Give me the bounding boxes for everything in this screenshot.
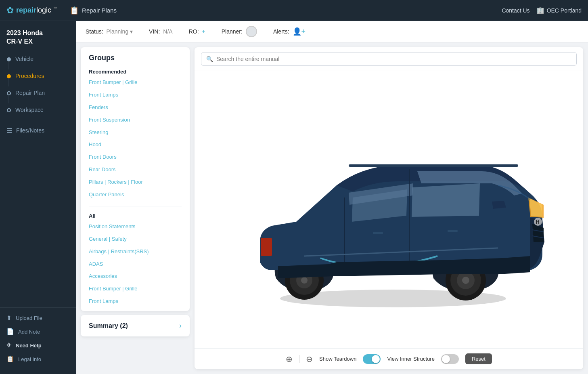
location-label: OEC Portland bbox=[547, 7, 582, 14]
all-label: All bbox=[81, 211, 190, 221]
group-item-front-bumper[interactable]: Front Bumper | Grille bbox=[81, 76, 190, 89]
logo-text: repairlogic ™ bbox=[16, 6, 57, 15]
hamburger-icon: ☰ bbox=[6, 127, 12, 134]
help-icon: ✈ bbox=[6, 342, 12, 349]
view-inner-label: View Inner Structure bbox=[387, 356, 435, 362]
car-visualization: H bbox=[224, 105, 555, 315]
add-note-label: Add Note bbox=[18, 329, 40, 335]
add-note-button[interactable]: 📄 Add Note bbox=[0, 325, 76, 338]
car-viewer: H bbox=[195, 71, 583, 348]
search-input-wrap[interactable]: 🔍 bbox=[201, 52, 577, 66]
alerts-label: Alerts: bbox=[273, 28, 289, 35]
ro-field: RO: + bbox=[189, 28, 205, 35]
svg-rect-16 bbox=[448, 230, 458, 232]
group-item-front-lamps[interactable]: Front Lamps bbox=[81, 89, 190, 101]
nav-dot-workspace bbox=[7, 108, 11, 112]
logo-icon: ✿ bbox=[6, 5, 14, 16]
group-item-steering[interactable]: Steering bbox=[81, 126, 190, 139]
sidebar-bottom: ⬆ Upload File 📄 Add Note ✈ Need Help 📋 L… bbox=[0, 307, 76, 369]
dropdown-arrow-icon: ▾ bbox=[130, 28, 133, 35]
panels: Groups Recommended Front Bumper | Grille… bbox=[76, 42, 588, 374]
teardown-knob bbox=[372, 355, 380, 363]
view-inner-toggle[interactable] bbox=[441, 354, 459, 364]
page-title: Repair Plans bbox=[82, 7, 117, 14]
building-icon: 🏢 bbox=[536, 6, 544, 14]
ro-add-button[interactable]: + bbox=[202, 28, 205, 35]
planner-avatar[interactable] bbox=[246, 26, 257, 37]
sidebar-item-files-notes[interactable]: ☰ Files/Notes bbox=[0, 123, 76, 139]
group-item-position-statements[interactable]: Position Statements bbox=[81, 221, 190, 233]
groups-panel: Groups Recommended Front Bumper | Grille… bbox=[81, 47, 190, 311]
upload-file-button[interactable]: ⬆ Upload File bbox=[0, 311, 76, 325]
group-item-front-suspension[interactable]: Front Suspension bbox=[81, 114, 190, 126]
vehicle-info: 2023 Honda CR-V EX bbox=[0, 26, 76, 53]
sidebar-label-vehicle: Vehicle bbox=[15, 53, 33, 65]
group-item-front-doors[interactable]: Front Doors bbox=[81, 151, 190, 164]
reset-button[interactable]: Reset bbox=[465, 353, 492, 364]
search-icon: 🔍 bbox=[206, 56, 213, 62]
groups-list: Recommended Front Bumper | Grille Front … bbox=[81, 65, 190, 311]
status-field: Status: Planning ▾ bbox=[86, 28, 133, 35]
group-item-airbags[interactable]: Airbags | Restraints(SRS) bbox=[81, 246, 190, 258]
zoom-in-button[interactable]: ⊕ bbox=[286, 354, 293, 364]
ro-label: RO: bbox=[189, 28, 199, 35]
group-item-hood[interactable]: Hood bbox=[81, 139, 190, 151]
status-dropdown[interactable]: Planning ▾ bbox=[107, 28, 133, 35]
main-viewer: 🔍 bbox=[195, 47, 583, 369]
group-item-general-safety[interactable]: General | Safety bbox=[81, 233, 190, 246]
summary-label: Summary (2) bbox=[89, 322, 128, 330]
svg-rect-10 bbox=[349, 164, 518, 167]
sidebar-item-workspace[interactable]: Workspace bbox=[6, 103, 69, 116]
legal-info-label: Legal Info bbox=[18, 356, 41, 362]
content-area: Status: Planning ▾ VIN: N/A RO: + Planne… bbox=[76, 21, 588, 374]
sidebar-nav: Vehicle Procedures Repair Plan bbox=[0, 53, 76, 116]
sidebar-item-procedures[interactable]: Procedures bbox=[6, 69, 69, 86]
show-teardown-label: Show Teardown bbox=[319, 356, 356, 362]
group-item-quarter-panels[interactable]: Quarter Panels bbox=[81, 189, 190, 201]
search-bar: 🔍 bbox=[195, 47, 583, 71]
nav-dot-procedures bbox=[7, 74, 11, 78]
nav-line-3 bbox=[8, 95, 9, 103]
header-right: Contact Us 🏢 OEC Portland bbox=[502, 6, 582, 14]
location-selector[interactable]: 🏢 OEC Portland bbox=[536, 6, 582, 14]
svg-rect-17 bbox=[261, 238, 272, 256]
alerts-add-icon[interactable]: 👤+ bbox=[293, 27, 306, 36]
summary-panel[interactable]: Summary (2) › bbox=[81, 315, 190, 336]
page-title-area: 📋 Repair Plans bbox=[70, 6, 117, 15]
group-item-front-lamps-all[interactable]: Front Lamps bbox=[81, 295, 190, 308]
group-divider bbox=[89, 206, 182, 206]
group-item-front-bumper-all[interactable]: Front Bumper | Grille bbox=[81, 283, 190, 295]
svg-point-3 bbox=[301, 277, 308, 284]
toolbar-divider bbox=[299, 355, 299, 363]
group-item-pillars[interactable]: Pillars | Rockers | Floor bbox=[81, 176, 190, 189]
sidebar-item-vehicle[interactable]: Vehicle bbox=[6, 53, 69, 69]
sidebar-item-repair-plan[interactable]: Repair Plan bbox=[6, 86, 69, 103]
vehicle-year-make: 2023 Honda bbox=[6, 29, 69, 38]
viewer-toolbar: ⊕ ⊖ Show Teardown View Inner Structure R… bbox=[195, 348, 583, 369]
show-teardown-toggle[interactable] bbox=[363, 354, 381, 364]
nav-line bbox=[8, 61, 9, 69]
zoom-out-button[interactable]: ⊖ bbox=[306, 354, 313, 364]
left-column: Groups Recommended Front Bumper | Grille… bbox=[81, 47, 190, 369]
contact-us-link[interactable]: Contact Us bbox=[502, 7, 529, 14]
status-label: Status: bbox=[86, 28, 103, 35]
nav-line-2 bbox=[8, 78, 9, 86]
summary-arrow-icon: › bbox=[179, 321, 182, 330]
status-bar: Status: Planning ▾ VIN: N/A RO: + Planne… bbox=[76, 21, 588, 42]
group-item-rear-doors[interactable]: Rear Doors bbox=[81, 164, 190, 176]
status-value: Planning bbox=[107, 28, 129, 35]
nav-dot-repair-plan bbox=[7, 91, 11, 95]
nav-dot-vehicle bbox=[7, 57, 11, 61]
group-item-accessories[interactable]: Accessories bbox=[81, 270, 190, 283]
search-input[interactable] bbox=[216, 56, 571, 62]
alerts-field: Alerts: 👤+ bbox=[273, 27, 306, 36]
planner-label: Planner: bbox=[222, 28, 243, 35]
need-help-label: Need Help bbox=[16, 342, 42, 349]
group-item-fenders[interactable]: Fenders bbox=[81, 101, 190, 114]
svg-rect-15 bbox=[373, 232, 383, 234]
files-notes-label: Files/Notes bbox=[16, 127, 44, 134]
need-help-button[interactable]: ✈ Need Help bbox=[0, 338, 76, 352]
svg-point-7 bbox=[462, 277, 469, 284]
group-item-adas[interactable]: ADAS bbox=[81, 258, 190, 271]
legal-info-button[interactable]: 📋 Legal Info bbox=[0, 352, 76, 366]
